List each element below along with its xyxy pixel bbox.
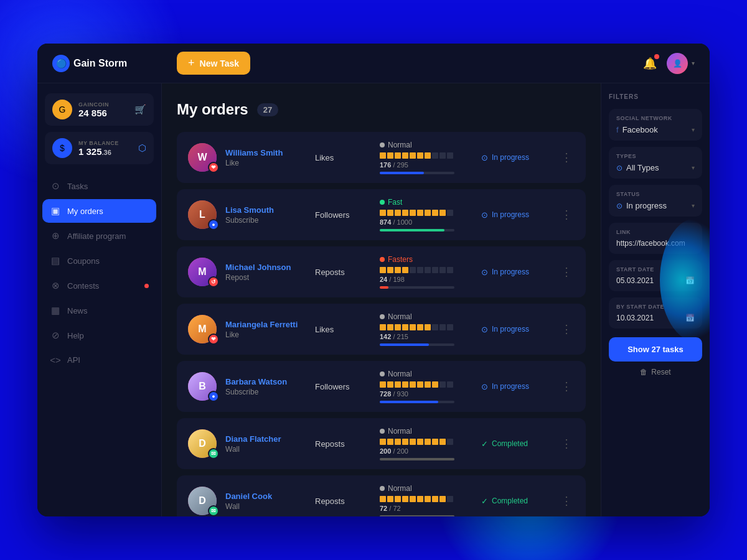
order-menu-button[interactable]: ⋮ bbox=[558, 437, 575, 450]
types-filter[interactable]: Types ⊙ All Types ▾ bbox=[609, 147, 702, 179]
order-menu-button[interactable]: ⋮ bbox=[558, 494, 575, 508]
gaincoin-label: GAINCOIN bbox=[78, 101, 128, 108]
order-user-action: Subscribe bbox=[225, 388, 306, 396]
order-type-label: Followers bbox=[315, 210, 371, 220]
social-network-label: Social Network bbox=[616, 115, 695, 121]
order-user-name[interactable]: Michael Johnson bbox=[225, 263, 306, 272]
order-progress-section: Fasters 24 / 198 bbox=[380, 255, 472, 289]
header-actions: 🔔 👤 ▾ bbox=[643, 53, 695, 74]
star bbox=[432, 381, 438, 388]
order-menu-button[interactable]: ⋮ bbox=[558, 380, 575, 393]
star bbox=[425, 439, 431, 445]
show-tasks-button[interactable]: Show 27 tasks bbox=[609, 337, 702, 362]
logo: 🔵 Gain Storm bbox=[52, 55, 177, 72]
transfer-icon[interactable]: ⬡ bbox=[138, 142, 146, 154]
order-user-name[interactable]: Williams Smith bbox=[225, 148, 306, 157]
status-value: In progress bbox=[626, 201, 667, 210]
star bbox=[439, 210, 446, 216]
order-type-info: Reposts bbox=[315, 439, 371, 449]
status-select[interactable]: ⊙ In progress ▾ bbox=[616, 201, 695, 210]
order-menu-button[interactable]: ⋮ bbox=[558, 208, 575, 222]
star bbox=[410, 496, 416, 502]
sidebar: G GAINCOIN 24 856 🛒 $ MY BALANCE 1 325.3… bbox=[37, 83, 162, 516]
speed-dot bbox=[380, 142, 385, 147]
star bbox=[417, 324, 423, 330]
order-user-name[interactable]: Diana Flatcher bbox=[225, 434, 306, 444]
status-text: In progress bbox=[492, 153, 529, 162]
nav-icon-help: ⊘ bbox=[50, 330, 61, 341]
sidebar-item-coupons[interactable]: ▤ Coupons bbox=[42, 249, 156, 273]
star bbox=[387, 324, 393, 330]
order-menu-button[interactable]: ⋮ bbox=[558, 265, 575, 279]
status-icon: ⊙ bbox=[481, 153, 488, 162]
order-user-name[interactable]: Daniel Cook bbox=[225, 492, 306, 501]
start-date-label: Start date bbox=[616, 266, 695, 273]
speed-dot bbox=[380, 200, 385, 205]
gaincoin-icon: G bbox=[52, 100, 72, 119]
order-type-info: Reposts bbox=[315, 497, 371, 506]
orders-list: W ❤ Williams Smith Like Likes Normal 176… bbox=[177, 132, 586, 516]
nav-label-contests: Contests bbox=[67, 281, 99, 291]
reset-button[interactable]: 🗑 Reset bbox=[609, 368, 702, 376]
star bbox=[417, 496, 423, 502]
order-progress-section: Normal 176 / 295 bbox=[380, 141, 472, 174]
star bbox=[425, 210, 431, 216]
star bbox=[439, 496, 446, 502]
star bbox=[432, 152, 438, 159]
nav-items: ⊙ Tasks ▣ My orders ⊕ Affiliate program … bbox=[37, 174, 161, 371]
progress-bar-background bbox=[380, 515, 454, 516]
sidebar-item-api[interactable]: <> API bbox=[42, 348, 156, 371]
order-menu-button[interactable]: ⋮ bbox=[558, 322, 575, 336]
sidebar-item-my-orders[interactable]: ▣ My orders bbox=[42, 199, 156, 223]
chevron-down-icon: ▾ bbox=[692, 202, 695, 209]
start-date-value: 05.03.2021 📅 bbox=[616, 276, 695, 285]
star bbox=[402, 439, 408, 445]
speed-dot bbox=[380, 257, 385, 262]
new-task-button[interactable]: + New Task bbox=[177, 52, 250, 75]
order-avatar: B ● bbox=[188, 372, 217, 401]
types-icon: ⊙ bbox=[616, 164, 622, 172]
star bbox=[425, 496, 431, 502]
balance-card: $ MY BALANCE 1 325.36 ⬡ bbox=[45, 132, 154, 164]
order-menu-button[interactable]: ⋮ bbox=[558, 151, 575, 164]
nav-label-tasks: Tasks bbox=[67, 182, 88, 191]
progress-speed: Fast bbox=[380, 198, 472, 207]
star bbox=[447, 381, 453, 388]
star bbox=[417, 439, 423, 445]
star bbox=[395, 152, 401, 159]
sidebar-item-help[interactable]: ⊘ Help bbox=[42, 324, 156, 347]
order-user-name[interactable]: Barbara Watson bbox=[225, 377, 306, 386]
progress-numbers: 176 / 295 bbox=[380, 161, 472, 169]
sidebar-item-news[interactable]: ▦ News bbox=[42, 299, 156, 322]
order-user-info: Michael Johnson Repost bbox=[225, 263, 306, 282]
cart-icon[interactable]: 🛒 bbox=[134, 104, 146, 115]
order-user-action: Subscribe bbox=[225, 216, 306, 225]
social-network-select[interactable]: f Facebook ▾ bbox=[616, 125, 695, 134]
order-user-name[interactable]: Mariangela Ferretti bbox=[225, 320, 306, 329]
avatar: 👤 bbox=[667, 53, 688, 74]
star bbox=[447, 496, 453, 502]
user-menu-button[interactable]: 👤 ▾ bbox=[667, 53, 695, 74]
main-content: My orders 27 W ❤ Williams Smith Like Lik… bbox=[162, 83, 601, 516]
order-user-name[interactable]: Lisa Smouth bbox=[225, 205, 306, 215]
status-text: In progress bbox=[492, 210, 529, 219]
types-select[interactable]: ⊙ All Types ▾ bbox=[616, 163, 695, 172]
plus-icon: + bbox=[188, 57, 195, 70]
star bbox=[380, 381, 386, 388]
order-type-info: Followers bbox=[315, 210, 371, 220]
sidebar-item-affiliate[interactable]: ⊕ Affiliate program bbox=[42, 224, 156, 248]
order-user-action: Like bbox=[225, 330, 306, 339]
social-network-filter[interactable]: Social Network f Facebook ▾ bbox=[609, 109, 702, 141]
header: 🔵 Gain Storm + New Task 🔔 👤 ▾ bbox=[37, 44, 710, 83]
nav-label-coupons: Coupons bbox=[67, 256, 100, 266]
nav-label-help: Help bbox=[67, 331, 84, 340]
notifications-button[interactable]: 🔔 bbox=[643, 57, 657, 70]
end-date-filter[interactable]: By start date 10.03.2021 📅 bbox=[609, 297, 702, 329]
order-user-info: Daniel Cook Wall bbox=[225, 492, 306, 511]
sidebar-item-tasks[interactable]: ⊙ Tasks bbox=[42, 174, 156, 198]
start-date-filter[interactable]: Start date 05.03.2021 📅 bbox=[609, 260, 702, 291]
sidebar-item-contests[interactable]: ⊗ Contests bbox=[42, 274, 156, 297]
order-row-order-4: M ❤ Mariangela Ferretti Like Likes Norma… bbox=[177, 304, 586, 355]
star bbox=[380, 324, 386, 330]
status-filter[interactable]: Status ⊙ In progress ▾ bbox=[609, 185, 702, 217]
